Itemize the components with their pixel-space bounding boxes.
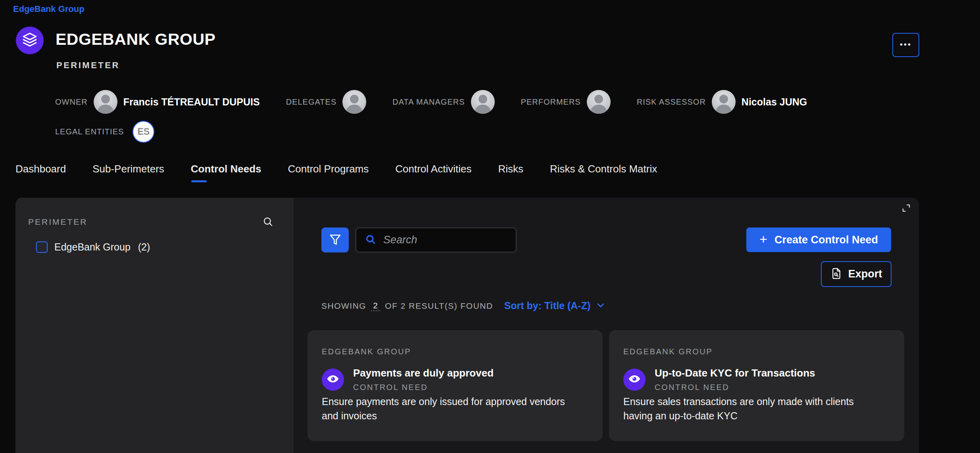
tab-risks-controls-matrix[interactable]: Risks & Controls Matrix	[550, 163, 657, 175]
control-need-card[interactable]: EDGEBANK GROUP	[307, 330, 603, 441]
tab-risks[interactable]: Risks	[498, 163, 523, 175]
card-description: Ensure sales transactions are only made …	[623, 394, 883, 423]
chevron-down-icon	[596, 300, 605, 312]
create-control-need-button[interactable]: + Create Control Need	[746, 227, 891, 252]
legal-entities-label: LEGAL ENTITIES	[55, 127, 124, 136]
tab-control-programs[interactable]: Control Programs	[288, 163, 369, 175]
person-data-managers: DATA MANAGERS	[392, 90, 494, 114]
page-subtitle: PERIMETER	[56, 60, 120, 71]
card-type-label: CONTROL NEED	[353, 383, 494, 392]
card-type-label: CONTROL NEED	[655, 383, 815, 392]
search-icon	[263, 216, 273, 229]
breadcrumb[interactable]: EdgeBank Group	[13, 4, 85, 14]
content-panel: PERIMETER EdgeBank Group (2)	[15, 198, 919, 453]
risk-assessor-avatar[interactable]	[712, 90, 736, 114]
people-row: OWNER Francis TÉTREAULT DUPUIS DELEGATES…	[55, 90, 807, 114]
data-managers-label: DATA MANAGERS	[392, 97, 465, 107]
person-performers: PERFORMERS	[521, 90, 611, 114]
perimeter-sidebar: PERIMETER EdgeBank Group (2)	[15, 198, 294, 453]
results-row: SHOWING 2 OF 2 RESULT(S) FOUND Sort by: …	[321, 300, 605, 312]
legal-entity-badge[interactable]: ES	[133, 121, 154, 143]
card-description: Ensure payments are only issued for appr…	[322, 394, 582, 423]
showing-label: SHOWING	[321, 301, 366, 311]
export-button[interactable]: Export	[821, 261, 892, 287]
control-need-card[interactable]: EDGEBANK GROUP	[609, 330, 904, 441]
export-label: Export	[848, 268, 882, 280]
performers-avatar[interactable]	[587, 90, 611, 114]
perimeter-logo	[16, 27, 44, 54]
sort-label: Sort by: Title (A-Z)	[504, 300, 591, 312]
search-icon	[365, 234, 376, 247]
filter-button[interactable]	[321, 227, 349, 252]
more-icon: •••	[900, 40, 912, 48]
showing-count[interactable]: 2	[371, 301, 380, 311]
tab-sub-perimeters[interactable]: Sub-Perimeters	[92, 163, 164, 175]
card-head: Payments are duly approved CONTROL NEED	[322, 367, 494, 392]
owner-avatar[interactable]	[94, 90, 117, 114]
delegates-avatar[interactable]	[342, 90, 366, 114]
person-owner: OWNER Francis TÉTREAULT DUPUIS	[55, 90, 260, 114]
performers-label: PERFORMERS	[521, 97, 581, 107]
tab-control-needs[interactable]: Control Needs	[191, 163, 261, 175]
eye-icon	[628, 373, 641, 387]
card-title: Up-to-Date KYC for Transactions	[655, 367, 815, 379]
control-need-badge	[623, 369, 646, 391]
legal-entities-row: LEGAL ENTITIES ES	[55, 121, 154, 143]
sidebar-search-button[interactable]	[260, 214, 276, 230]
layers-icon	[22, 32, 37, 49]
card-perimeter-label: EDGEBANK GROUP	[322, 347, 411, 356]
search-box	[355, 227, 517, 252]
sort-control[interactable]: Sort by: Title (A-Z)	[504, 300, 606, 312]
tab-control-activities[interactable]: Control Activities	[395, 163, 471, 175]
expand-icon	[901, 203, 911, 214]
control-needs-panel: + Create Control Need Export SHOWING 2	[294, 198, 919, 453]
sidebar-item-label: EdgeBank Group	[54, 241, 131, 253]
file-search-icon	[830, 268, 842, 281]
card-title: Payments are duly approved	[353, 367, 494, 379]
card-head: Up-to-Date KYC for Transactions CONTROL …	[623, 367, 815, 392]
search-input[interactable]	[382, 228, 516, 252]
eye-icon	[327, 373, 339, 387]
card-perimeter-label: EDGEBANK GROUP	[623, 347, 713, 356]
tab-dashboard[interactable]: Dashboard	[15, 163, 66, 175]
more-options-button[interactable]: •••	[892, 33, 919, 57]
sidebar-item-edgebank-group[interactable]: EdgeBank Group (2)	[36, 241, 150, 253]
owner-label: OWNER	[55, 97, 88, 107]
owner-name: Francis TÉTREAULT DUPUIS	[123, 96, 260, 108]
filter-icon	[329, 233, 342, 247]
cards-row: EDGEBANK GROUP	[307, 330, 904, 441]
sidebar-title: PERIMETER	[28, 217, 88, 227]
risk-assessor-name: Nicolas JUNG	[742, 96, 807, 108]
control-need-badge	[322, 369, 344, 391]
page-title: EDGEBANK GROUP	[56, 30, 215, 49]
data-managers-avatar[interactable]	[471, 90, 495, 114]
person-delegates: DELEGATES	[286, 90, 367, 114]
sidebar-item-count: (2)	[138, 241, 150, 253]
plus-icon: +	[759, 232, 767, 246]
results-text: OF 2 RESULT(S) FOUND	[385, 301, 493, 311]
create-control-need-label: Create Control Need	[774, 234, 878, 246]
risk-assessor-label: RISK ASSESSOR	[637, 97, 706, 107]
page: EdgeBank Group EDGEBANK GROUP PERIMETER …	[0, 0, 980, 453]
expand-button[interactable]	[901, 203, 912, 214]
checkbox-icon[interactable]	[36, 241, 48, 253]
person-risk-assessor: RISK ASSESSOR Nicolas JUNG	[637, 90, 807, 114]
tab-bar: Dashboard Sub-Perimeters Control Needs C…	[15, 163, 657, 175]
delegates-label: DELEGATES	[286, 97, 337, 107]
